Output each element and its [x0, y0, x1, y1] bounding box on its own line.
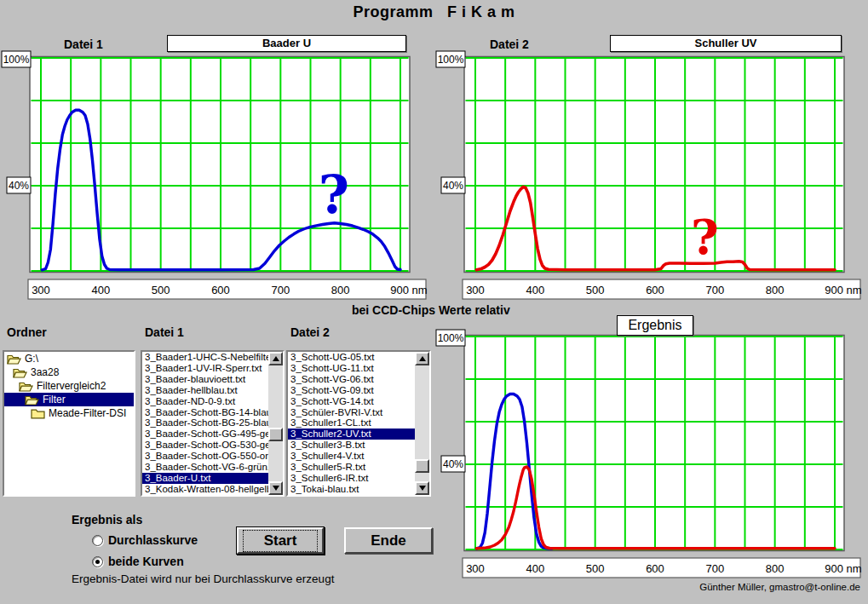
list-item[interactable]: 3_Schott-UG-11.txt [288, 363, 415, 374]
file-list-datei1[interactable]: 3_Baader1-UHC-S-Nebelfilter.txt3_Baader1… [141, 350, 285, 497]
question-mark-annotation: ? [691, 209, 719, 265]
x-tick-label: 700 [271, 284, 290, 296]
list-item[interactable]: 3_Baader-Schott-BG-14-blau.txt [142, 407, 268, 418]
folder-open-icon [25, 394, 39, 406]
vertical-scrollbar[interactable] [415, 352, 429, 495]
radio-durchlasskurve[interactable]: Durchlasskurve [92, 533, 198, 547]
ende-button-label: Ende [371, 532, 406, 549]
scroll-up-button[interactable] [415, 352, 429, 365]
ergebnis-title-box: Ergebnis [617, 315, 693, 336]
y-axis-label: 100% [438, 332, 464, 344]
tree-item-g-[interactable]: G:\ [4, 352, 134, 365]
arrow-up-icon [273, 356, 279, 361]
tree-item-filtervergleich2[interactable]: Filtervergleich2 [4, 379, 134, 393]
y-axis-label: 40% [9, 180, 29, 192]
list-item[interactable]: 3_Kodak-Wratten-08-hellgelb.txt [142, 484, 268, 495]
ende-button[interactable]: Ende [344, 527, 433, 554]
list-item[interactable]: 3_Baader-Schott-BG-25-blau.txt [142, 417, 268, 429]
file-list1-label: Datei 1 [145, 325, 184, 339]
ccd-note-label: bei CCD-Chips Werte relativ [352, 303, 510, 317]
tree-item-3aa28[interactable]: 3aa28 [4, 365, 134, 379]
scrollbar-thumb[interactable] [415, 459, 429, 473]
folder-panel-label: Ordner [7, 325, 47, 339]
x-tick-label: 800 [766, 562, 785, 575]
arrow-down-icon [273, 486, 279, 491]
list-item[interactable]: 3_Schuller4-V.txt [288, 451, 415, 462]
radio-circle[interactable] [92, 556, 103, 567]
vertical-scrollbar[interactable] [268, 352, 283, 495]
list-item[interactable]: 3_Baader-Schott-OG-550-orange.txt [142, 451, 268, 462]
tree-item-label: G:\ [25, 353, 38, 365]
x-tick-label: 500 [586, 562, 605, 575]
question-mark-annotation: ? [319, 164, 349, 226]
list-item[interactable]: 3_Tokai-blau.txt [288, 484, 415, 495]
scroll-down-button[interactable] [268, 481, 283, 495]
ergebnis-als-label: Ergebnis als [72, 513, 142, 526]
chart-canvas: ?300400500600700800900 nm100%40% [434, 51, 865, 305]
list-item[interactable]: 3_Baader-Schott-OG-530-gelb.txt [142, 440, 268, 451]
chart-datei2: ?300400500600700800900 nm100%40% [434, 51, 865, 305]
chart-canvas: 300400500600700800900 nm100%40% [434, 330, 865, 584]
list-item[interactable]: 3_Schuller1-CL.txt [288, 417, 415, 429]
chart-datei1: ?300400500600700800900 nm100%40% [0, 51, 430, 305]
y-axis-label: 40% [443, 180, 463, 192]
list-item[interactable]: 3_Schuller5-R.txt [288, 462, 415, 473]
list-item[interactable]: 3_Baader1-UHC-S-Nebelfilter.txt [142, 352, 268, 363]
list-item[interactable]: 3_Baader-blauvioett.txt [142, 374, 268, 385]
list-item[interactable]: 3_Schüler-BVRI-V.txt [288, 407, 415, 418]
list-item[interactable]: 3_Baader-ND-0-9.txt [142, 396, 268, 407]
x-tick-label: 600 [646, 284, 664, 296]
x-tick-label: 900 nm [390, 284, 427, 296]
list-item[interactable]: 3_Schott-VG-14.txt [288, 396, 415, 407]
folder-closed-icon [31, 408, 45, 419]
list-item[interactable]: 3_Baader-Schott-GG-495-gelb.txt [142, 429, 268, 440]
chart2-panel-label: Datei 2 [490, 37, 529, 51]
x-tick-label: 500 [586, 284, 605, 296]
x-tick-label: 700 [705, 562, 724, 575]
list-item[interactable]: 3_Schott-VG-09.txt [288, 385, 415, 396]
folder-open-icon [7, 354, 21, 365]
list-item[interactable]: 3_Schott-UG-05.txt [288, 352, 415, 363]
scrollbar-thumb[interactable] [268, 428, 283, 441]
x-tick-label: 600 [211, 284, 230, 296]
list-item[interactable]: 3_Schott-VG-06.txt [288, 374, 415, 385]
list-item[interactable]: 3_Baader1-UV-IR-Sperr.txt [142, 363, 268, 374]
x-tick-label: 300 [466, 562, 485, 575]
list-item[interactable]: 3_Schuller2-UV.txt [288, 429, 415, 440]
app-window: Programm F i K a m Datei 1 Baader U ?300… [0, 0, 868, 604]
file-list-datei2[interactable]: 3_Schott-UG-05.txt3_Schott-UG-11.txt3_Sc… [286, 350, 431, 497]
y-axis-label: 100% [3, 54, 30, 66]
y-axis-label: 40% [443, 458, 463, 470]
start-button[interactable]: Start [236, 526, 325, 555]
list-item[interactable]: 3_Schuller6-IR.txt [288, 473, 415, 484]
scroll-up-button[interactable] [268, 352, 283, 365]
list-viewport: 3_Baader1-UHC-S-Nebelfilter.txt3_Baader1… [142, 352, 268, 495]
list-item[interactable]: 3_Baader-U.txt [142, 473, 268, 484]
hint-text: Ergebnis-Datei wird nur bei Durchlasskur… [72, 572, 334, 585]
folder-open-icon [13, 367, 27, 378]
tree-item-meade-filter-dsi[interactable]: Meade-Filter-DSI [4, 406, 134, 420]
folder-open-icon [19, 381, 33, 392]
y-axis-label: 100% [438, 54, 464, 66]
scroll-down-button[interactable] [415, 481, 429, 495]
folder-tree[interactable]: G:\3aa28Filtervergleich2FilterMeade-Filt… [3, 350, 135, 497]
x-tick-label: 500 [152, 284, 170, 296]
x-tick-label: 800 [331, 284, 350, 296]
list-item[interactable]: 3_Baader-hellblau.txt [142, 385, 268, 396]
chart1-title-box: Baader U [167, 35, 406, 52]
radio-beide-kurven[interactable]: beide Kurven [92, 555, 184, 568]
chart-canvas: ?300400500600700800900 nm100%40% [0, 51, 430, 305]
x-tick-label: 400 [91, 284, 110, 296]
radio-label: beide Kurven [108, 555, 184, 568]
chart-ergebnis: 300400500600700800900 nm100%40% [434, 330, 865, 584]
start-button-label: Start [243, 530, 319, 552]
x-tick-label: 400 [526, 562, 544, 575]
list-item[interactable]: 3_Schuller3-B.txt [288, 440, 415, 451]
list-item[interactable]: 3_Baader-Schott-VG-6-grün.txt [142, 462, 268, 473]
tree-item-label: Filter [43, 394, 66, 406]
x-tick-label: 900 nm [825, 284, 861, 296]
file-list2-label: Datei 2 [290, 325, 330, 339]
page-title: Programm F i K a m [0, 3, 868, 21]
radio-circle[interactable] [92, 535, 103, 546]
tree-item-filter[interactable]: Filter [4, 393, 134, 406]
